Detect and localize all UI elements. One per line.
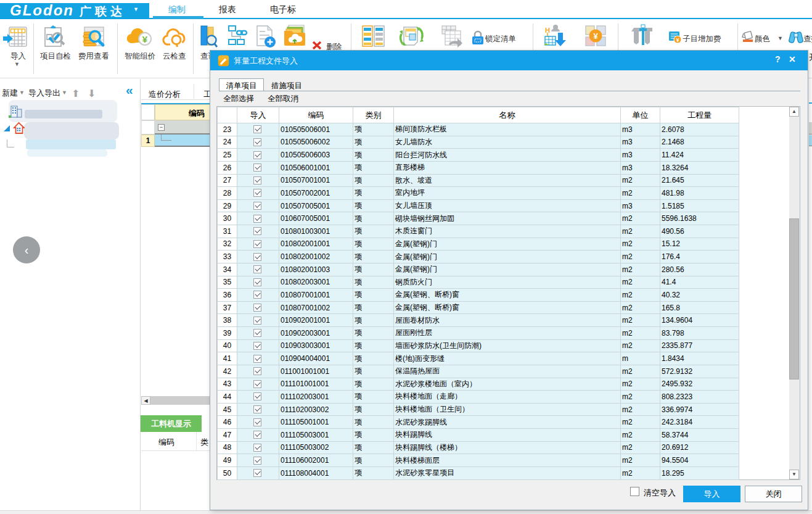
- svg-text:¥: ¥: [142, 34, 148, 44]
- svg-text:¥: ¥: [593, 31, 598, 41]
- svg-text:¥: ¥: [676, 37, 679, 43]
